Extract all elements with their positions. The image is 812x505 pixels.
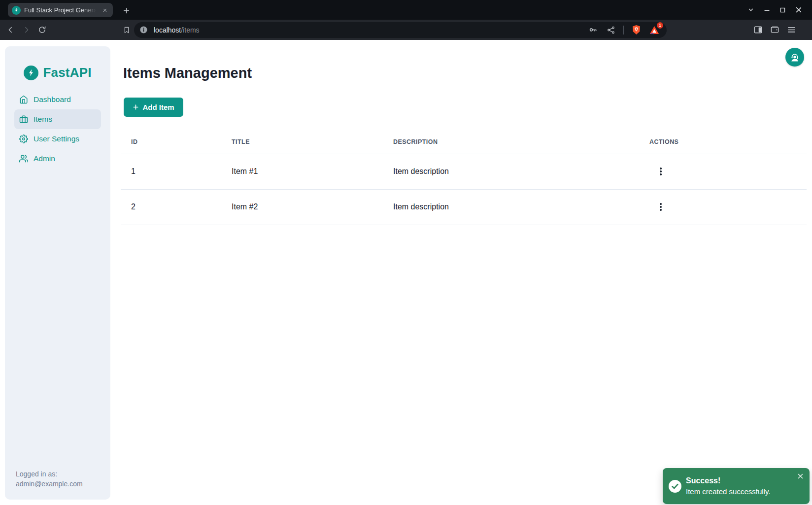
brave-shield-icon[interactable]: [630, 24, 642, 36]
sidebar-item-label: Admin: [34, 154, 55, 163]
table-row: 2 Item #2 Item description: [121, 189, 807, 225]
browser-toolbar: localhost/items 1: [0, 20, 812, 40]
menu-hamburger-icon[interactable]: [785, 24, 797, 36]
table-row: 1 Item #1 Item description: [121, 154, 807, 189]
url-path: /items: [181, 26, 199, 34]
toolbar-right-buttons: [752, 24, 797, 36]
browser-tab[interactable]: Full Stack Project Genera: [8, 3, 113, 17]
tab-bar: Full Stack Project Genera: [0, 0, 812, 20]
toolbar-divider: [623, 26, 624, 34]
brave-rewards-icon[interactable]: 1: [648, 24, 660, 36]
sidebar-item-admin[interactable]: Admin: [14, 149, 101, 168]
success-toast: Success! Item created successfully.: [663, 468, 810, 504]
sidebar-toggle-icon[interactable]: [752, 24, 764, 36]
cell-id: 2: [121, 189, 221, 225]
home-icon: [19, 95, 28, 104]
wallet-icon[interactable]: [769, 24, 780, 36]
sidebar-item-items[interactable]: Items: [14, 109, 101, 129]
sidebar-item-label: User Settings: [34, 135, 79, 143]
sidebar: FastAPI Dashboard Items: [5, 46, 110, 500]
share-icon[interactable]: [605, 24, 617, 36]
fastapi-logo: FastAPI: [5, 65, 110, 80]
users-icon: [19, 154, 28, 163]
new-tab-button[interactable]: [120, 4, 133, 17]
maximize-icon[interactable]: [779, 7, 786, 13]
cell-title: Item #1: [221, 154, 383, 189]
add-item-label: Add Item: [142, 103, 174, 111]
logged-in-info: Logged in as: admin@example.com: [16, 469, 83, 489]
table-header-row: ID TITLE DESCRIPTION ACTIONS: [121, 126, 807, 154]
minimize-icon[interactable]: [764, 7, 770, 13]
page-content: FastAPI Dashboard Items: [0, 40, 812, 505]
sidebar-item-dashboard[interactable]: Dashboard: [14, 90, 101, 109]
cell-actions: [639, 189, 807, 225]
url-bar-actions: 1: [587, 24, 660, 36]
url-host: localhost: [154, 26, 181, 34]
sidebar-item-label: Items: [34, 115, 52, 124]
browser-window: Full Stack Project Genera: [0, 0, 812, 505]
cell-title: Item #2: [221, 189, 383, 225]
window-controls: [747, 0, 802, 20]
tab-close-icon[interactable]: [101, 6, 109, 14]
briefcase-icon: [19, 115, 28, 124]
check-circle-icon: [669, 480, 681, 493]
cell-id: 1: [121, 154, 221, 189]
row-actions-kebab-icon[interactable]: [651, 197, 671, 217]
key-icon[interactable]: [587, 24, 599, 36]
column-header-description: DESCRIPTION: [383, 126, 639, 154]
logo-text: FastAPI: [43, 65, 91, 80]
gear-icon: [19, 135, 28, 143]
logged-in-label: Logged in as:: [16, 469, 83, 479]
sidebar-item-label: Dashboard: [34, 95, 71, 104]
cell-description: Item description: [383, 154, 639, 189]
column-header-title: TITLE: [221, 126, 383, 154]
close-window-icon[interactable]: [795, 6, 802, 13]
cell-actions: [639, 154, 807, 189]
profile-menu-button[interactable]: [785, 48, 804, 67]
page-title: Items Management: [123, 66, 252, 80]
column-header-id: ID: [121, 126, 221, 154]
nav-buttons: [4, 24, 48, 36]
sidebar-nav: Dashboard Items User Settings: [14, 90, 101, 168]
tab-search-chevron-icon[interactable]: [747, 6, 754, 13]
column-header-actions: ACTIONS: [639, 126, 807, 154]
sidebar-item-user-settings[interactable]: User Settings: [14, 129, 101, 149]
toast-close-icon[interactable]: [797, 472, 804, 479]
cell-description: Item description: [383, 189, 639, 225]
tab-title: Full Stack Project Genera: [24, 6, 98, 14]
row-actions-kebab-icon[interactable]: [651, 162, 671, 181]
logged-in-email: admin@example.com: [16, 479, 83, 489]
forward-icon[interactable]: [20, 24, 32, 36]
add-item-button[interactable]: Add Item: [124, 98, 183, 117]
user-headset-icon: [789, 52, 800, 63]
fastapi-favicon-icon: [12, 6, 21, 15]
fastapi-bolt-icon: [24, 66, 38, 80]
bookmark-icon[interactable]: [121, 24, 133, 36]
site-info-icon[interactable]: [139, 26, 148, 34]
toast-message: Item created successfully.: [686, 486, 770, 497]
reload-icon[interactable]: [36, 24, 48, 36]
toast-title: Success!: [686, 475, 770, 486]
rewards-badge: 1: [657, 22, 663, 29]
back-icon[interactable]: [4, 24, 16, 36]
items-table: ID TITLE DESCRIPTION ACTIONS 1 Item #1 I…: [121, 126, 807, 225]
url-bar[interactable]: localhost/items 1: [134, 22, 667, 38]
